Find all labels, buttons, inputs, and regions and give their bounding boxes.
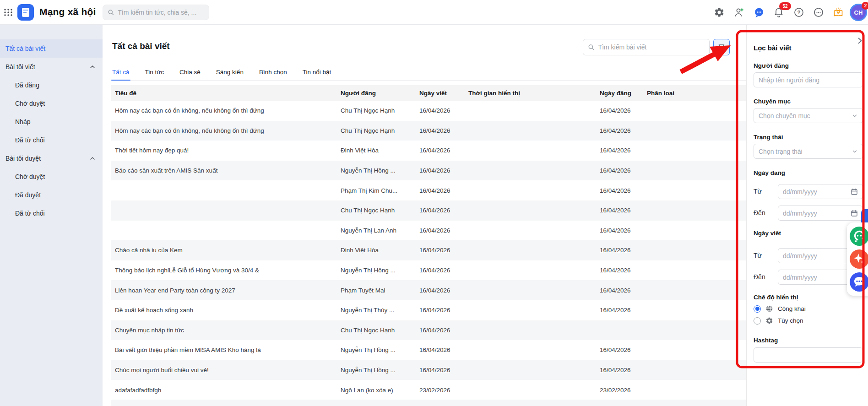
sidebar-item[interactable]: Tất cả bài viết xyxy=(0,39,103,58)
idea-handbook-icon[interactable] xyxy=(833,7,844,18)
gear-icon xyxy=(765,317,773,325)
floating-widget-dock xyxy=(847,222,868,296)
funnel-icon xyxy=(717,43,726,51)
cell-date-written: 16/04/2026 xyxy=(419,107,468,114)
radio-selected[interactable] xyxy=(754,305,761,313)
filter-author-label: Người đăng xyxy=(754,62,789,69)
posts-table: Tiêu đềNgười đăngNgày viếtThời gian hiển… xyxy=(111,85,746,400)
main-content: Tất cả bài viết Tất cảTin tứcChia sẻSáng… xyxy=(103,25,746,406)
written-from-label: Từ xyxy=(754,252,762,259)
display-mode-custom-label: Tùy chọn xyxy=(778,317,803,324)
cell-author: Đinh Việt Hòa xyxy=(341,247,419,254)
display-mode-option-public[interactable]: Công khai xyxy=(754,305,806,313)
green-chat-widget-icon[interactable] xyxy=(849,226,868,246)
more-options-icon[interactable] xyxy=(813,7,824,18)
table-row[interactable]: adafafadfadfbfghNgô Lan (ko xóa e)23/02/… xyxy=(111,380,746,400)
table-row[interactable]: Bài viết giới thiệu phần mềm MISA AMIS K… xyxy=(111,340,746,360)
cell-author: Chu Thị Ngọc Hạnh xyxy=(341,107,419,114)
tab[interactable]: Sáng kiến xyxy=(215,68,244,80)
avatar-badge: 2 xyxy=(862,2,868,10)
cell-title: Đề xuất kế hoạch sống xanh xyxy=(115,307,341,314)
sidebar-item[interactable]: Chờ duyệt xyxy=(0,94,103,113)
calendar-icon[interactable] xyxy=(851,210,858,217)
sidebar-item[interactable]: Đã duyệt xyxy=(0,186,103,204)
radio-unselected[interactable] xyxy=(754,317,761,325)
table-body: Hôm nay các bạn có ổn không, nếu không ổ… xyxy=(111,101,746,400)
written-to-label: Đến xyxy=(754,273,765,281)
chat-icon[interactable] xyxy=(754,7,765,18)
table-row[interactable]: Phạm Thị Kim Chu...16/04/202616/04/2026 xyxy=(111,180,746,200)
sidebar-item[interactable]: Nháp xyxy=(0,113,103,131)
cell-date-written: 23/02/2026 xyxy=(419,387,468,394)
tab[interactable]: Bình chọn xyxy=(258,68,288,80)
cell-title: Chuyên mục nháp tin tức xyxy=(115,327,341,334)
sidebar-item[interactable]: Chờ duyệt xyxy=(0,168,103,186)
published-to-input[interactable] xyxy=(783,210,848,217)
filter-category-select[interactable]: Chọn chuyên mục xyxy=(754,108,863,123)
tab[interactable]: Tất cả xyxy=(111,68,130,80)
global-search-input[interactable] xyxy=(118,9,204,16)
ai-sparkle-widget-icon[interactable] xyxy=(849,249,868,269)
cell-author: Chu Thị Ngọc Hạnh xyxy=(341,127,419,134)
cell-date-published: 16/04/2026 xyxy=(600,307,647,314)
global-search[interactable] xyxy=(103,5,209,20)
blue-chat-widget-icon[interactable] xyxy=(849,272,868,292)
add-user-icon[interactable] xyxy=(733,7,744,18)
cell-date-published: 16/04/2026 xyxy=(600,346,647,353)
sidebar-item[interactable]: Đã từ chối xyxy=(0,131,103,149)
table-row[interactable]: Hôm nay các bạn có ổn không, nếu không ổ… xyxy=(111,121,746,141)
settings-gear-icon[interactable] xyxy=(714,7,725,18)
sidebar-item[interactable]: Đã đăng xyxy=(0,76,103,94)
cell-author: Phạm Thị Kim Chu... xyxy=(341,187,419,194)
table-row[interactable]: Chuyên mục nháp tin tứcChu Thị Ngọc Hạnh… xyxy=(111,320,746,341)
sidebar-item-label: Bài tôi viết xyxy=(5,63,35,70)
tab[interactable]: Tin nổi bật xyxy=(302,68,332,80)
sidebar-item[interactable]: Bài tôi viết xyxy=(0,58,103,76)
help-icon[interactable]: ? xyxy=(793,7,804,18)
app-logo-icon[interactable] xyxy=(17,4,34,21)
filter-button[interactable] xyxy=(713,39,730,55)
cell-date-written: 16/04/2026 xyxy=(419,207,468,214)
post-search[interactable] xyxy=(583,39,710,55)
table-row[interactable]: Chào cả nhà iu của KemĐinh Việt Hòa16/04… xyxy=(111,240,746,260)
filter-author-input[interactable] xyxy=(759,76,858,84)
table-row[interactable]: Liên hoan Year end Party toàn công ty 20… xyxy=(111,280,746,300)
filter-status-select[interactable]: Chọn trạng thái xyxy=(754,144,863,159)
chevron-up-icon xyxy=(89,155,96,162)
table-row[interactable]: Nguyễn Thị Lan Anh16/04/202616/04/2026 xyxy=(111,221,746,241)
app-grid-icon[interactable] xyxy=(3,7,14,18)
published-from-label: Từ xyxy=(754,188,762,195)
table-row[interactable]: Hôm nay các bạn có ổn không, nếu không ổ… xyxy=(111,101,746,121)
calendar-icon[interactable] xyxy=(851,188,858,195)
published-to-field xyxy=(778,206,863,221)
sidebar-item[interactable]: Bài tôi duyệt xyxy=(0,149,103,168)
table-row[interactable]: Thời tiết hôm nay đẹp quá!Đinh Việt Hòa1… xyxy=(111,141,746,161)
tab[interactable]: Tin tức xyxy=(144,68,165,80)
hashtag-input[interactable] xyxy=(759,352,858,359)
filter-status-label: Trạng thái xyxy=(754,134,783,141)
cell-author: Nguyễn Thị Lan Anh xyxy=(341,227,419,234)
display-mode-option-custom[interactable]: Tùy chọn xyxy=(754,317,803,325)
table-row[interactable]: Đề xuất kế hoạch sống xanhNguyễn Thị Thú… xyxy=(111,300,746,320)
sidebar-item-label: Đã từ chối xyxy=(15,210,45,217)
post-search-input[interactable] xyxy=(598,43,705,51)
chevron-up-icon xyxy=(89,63,96,70)
search-icon xyxy=(108,9,114,16)
table-row[interactable]: Chu Thị Ngọc Hạnh16/04/202616/04/2026 xyxy=(111,200,746,221)
cell-date-published: 16/04/2026 xyxy=(600,287,647,294)
sidebar-item-label: Đã đăng xyxy=(15,81,39,89)
tab[interactable]: Chia sẻ xyxy=(179,68,201,80)
filter-status-placeholder: Chọn trạng thái xyxy=(759,148,803,155)
published-from-input[interactable] xyxy=(783,188,848,195)
cell-date-written: 16/04/2026 xyxy=(419,307,468,314)
table-row[interactable]: Chúc mọi người buổi chiều vui vẻ!Nguyễn … xyxy=(111,360,746,380)
cell-author: Phạm Tuyết Mai xyxy=(341,287,419,294)
cell-author: Nguyễn Thị Thúy ... xyxy=(341,307,419,314)
cell-date-published: 16/04/2026 xyxy=(600,247,647,254)
cell-author: Chu Thị Ngọc Hạnh xyxy=(341,327,419,334)
table-row[interactable]: Báo cáo sản xuất trên AMIS Sản xuấtNguyễ… xyxy=(111,161,746,181)
table-row[interactable]: Thông báo lịch nghỉLễ Giỗ tổ Hùng Vương … xyxy=(111,260,746,281)
sidebar-item-label: Đã duyệt xyxy=(15,191,41,199)
sidebar-item[interactable]: Đã từ chối xyxy=(0,204,103,222)
collapse-panel-icon[interactable] xyxy=(856,37,864,45)
